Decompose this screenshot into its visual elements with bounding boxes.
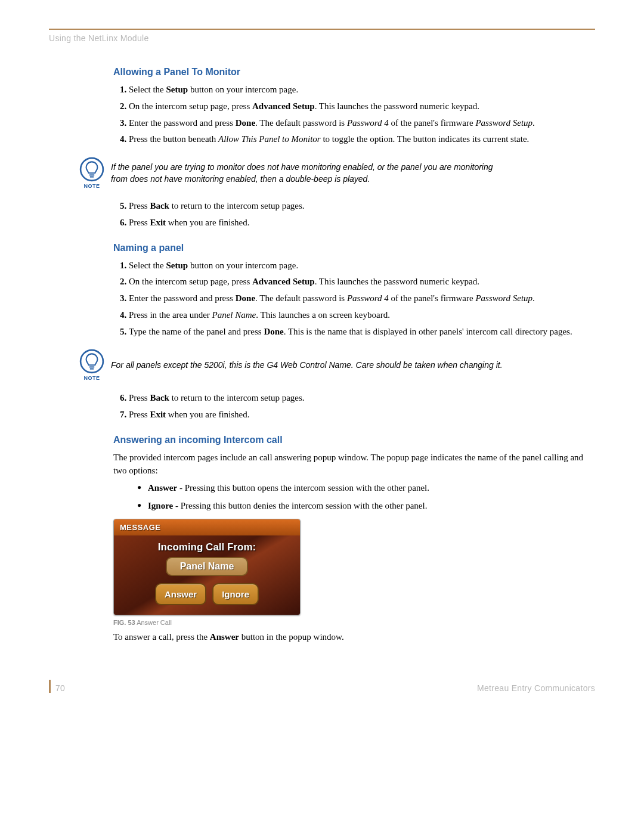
note-text-1: If the panel you are trying to monitor d…	[111, 161, 595, 185]
step-2-6: Press Back to return to the intercom set…	[129, 392, 595, 405]
step-1-2: On the intercom setup page, press Advanc…	[129, 100, 595, 113]
step-1-4: Press the button beneath Allow This Pane…	[129, 133, 595, 146]
heading-answering-call: Answering an incoming Intercom call	[113, 435, 595, 445]
figure-caption: FIG. 53 Answer Call	[113, 619, 595, 626]
note-label: NOTE	[73, 375, 111, 381]
doc-title: Metreau Entry Communicators	[477, 683, 595, 693]
step-1-3: Enter the password and press Done. The d…	[129, 117, 595, 130]
bullet-ignore: Ignore - Pressing this button denies the…	[137, 500, 595, 513]
intro-para: The provided intercom pages include an c…	[113, 451, 595, 478]
outro-para: To answer a call, press the Answer butto…	[113, 631, 595, 644]
step-2-3: Enter the password and press Done. The d…	[129, 292, 595, 305]
heading-allowing-monitor: Allowing a Panel To Monitor	[113, 67, 595, 78]
answer-button[interactable]: Answer	[155, 583, 206, 605]
note-block-1: NOTE If the panel you are trying to moni…	[73, 157, 595, 189]
bullet-answer: Answer - Pressing this button opens the …	[137, 482, 595, 495]
step-2-4: Press in the area under Panel Name. This…	[129, 309, 595, 322]
step-2-7: Press Exit when you are finished.	[129, 408, 595, 422]
step-2-5: Type the name of the panel and press Don…	[129, 326, 595, 339]
ignore-button[interactable]: Ignore	[212, 583, 259, 605]
lightbulb-icon	[79, 157, 104, 182]
step-1-6: Press Exit when you are finished.	[129, 216, 595, 230]
popup-message-box: MESSAGE Incoming Call From: Panel Name A…	[113, 519, 301, 615]
step-1-1: Select the Setup button on your intercom…	[129, 83, 595, 97]
page-number: 70	[49, 680, 65, 693]
step-2-2: On the intercom setup page, press Advanc…	[129, 275, 595, 289]
note-label: NOTE	[73, 183, 111, 189]
heading-naming-panel: Naming a panel	[113, 243, 595, 253]
page-header: Using the NetLinx Module	[49, 33, 595, 43]
popup-panel-name: Panel Name	[166, 557, 249, 576]
popup-header: MESSAGE	[114, 519, 300, 535]
lightbulb-icon	[79, 349, 104, 374]
note-text-2: For all panels except the 5200i, this is…	[111, 359, 595, 371]
step-1-5: Press Back to return to the intercom set…	[129, 200, 595, 213]
popup-title: Incoming Call From:	[121, 541, 293, 553]
note-block-2: NOTE For all panels except the 5200i, th…	[73, 349, 595, 381]
step-2-1: Select the Setup button on your intercom…	[129, 259, 595, 272]
